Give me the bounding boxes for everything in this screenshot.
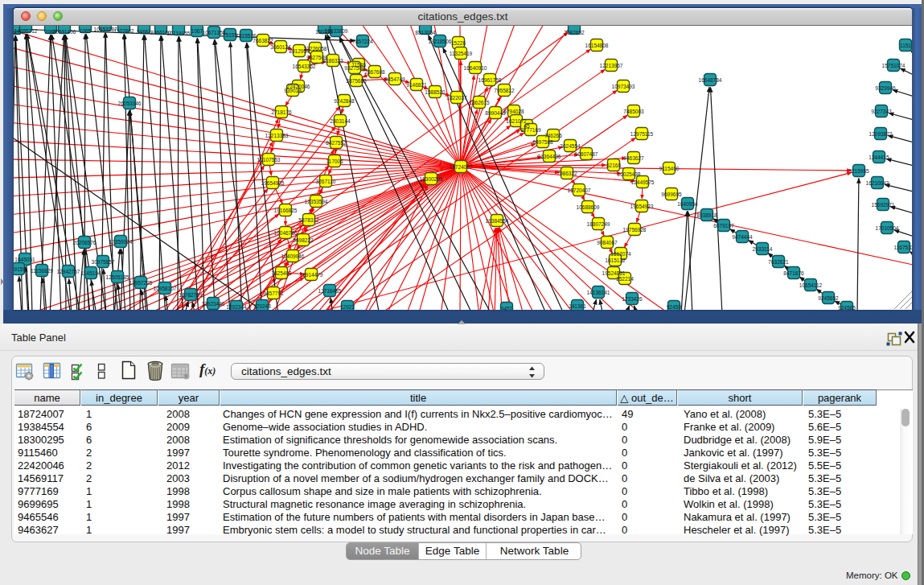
svg-text:7625402: 7625402 — [271, 270, 292, 276]
svg-text:19218506: 19218506 — [429, 39, 452, 44]
svg-text:11325419: 11325419 — [450, 51, 473, 56]
svg-text:1362615: 1362615 — [469, 100, 490, 105]
svg-text:939013: 939013 — [284, 88, 302, 93]
svg-text:14055712: 14055712 — [14, 28, 38, 34]
svg-text:12923446: 12923446 — [202, 301, 225, 307]
svg-text:7663822: 7663822 — [253, 38, 273, 43]
svg-text:1640954: 1640954 — [677, 201, 698, 207]
svg-text:14136141: 14136141 — [587, 290, 610, 295]
svg-text:3267110: 3267110 — [316, 179, 336, 184]
svg-text:141361: 141361 — [569, 303, 586, 309]
svg-text:252214: 252214 — [616, 276, 634, 282]
svg-text:20206576: 20206576 — [73, 240, 97, 245]
svg-text:8427552: 8427552 — [326, 140, 347, 146]
svg-text:13716485: 13716485 — [318, 288, 342, 294]
svg-text:1065: 1065 — [80, 28, 92, 34]
svg-text:12213967: 12213967 — [600, 63, 623, 68]
svg-text:12353594: 12353594 — [305, 199, 328, 204]
svg-text:15226: 15226 — [451, 40, 466, 46]
svg-text:10973493: 10973493 — [612, 84, 635, 89]
svg-text:17010504: 17010504 — [876, 225, 899, 231]
svg-text:3875685: 3875685 — [346, 78, 367, 84]
svg-text:12975115: 12975115 — [630, 131, 654, 137]
svg-text:9084067: 9084067 — [597, 240, 618, 245]
svg-text:12942757: 12942757 — [57, 269, 80, 274]
svg-text:6794028: 6794028 — [503, 109, 524, 114]
svg-text:8938918: 8938918 — [696, 212, 717, 218]
svg-text:1615132: 1615132 — [605, 257, 626, 263]
svg-text:1327602: 1327602 — [113, 28, 134, 34]
svg-text:8186323: 8186323 — [322, 58, 343, 64]
svg-text:9327508: 9327508 — [344, 65, 365, 71]
svg-text:16961758: 16961758 — [478, 77, 502, 83]
svg-text:9227343: 9227343 — [871, 109, 892, 114]
svg-text:18724007: 18724007 — [450, 164, 473, 170]
svg-text:19654935: 19654935 — [261, 180, 285, 186]
svg-text:7857224: 7857224 — [352, 39, 373, 44]
svg-text:17359924: 17359924 — [109, 239, 133, 245]
svg-text:6497568: 6497568 — [532, 139, 553, 145]
svg-text:16914479: 16914479 — [300, 272, 323, 278]
svg-text:924565: 924565 — [838, 305, 856, 311]
svg-text:84661: 84661 — [137, 29, 151, 35]
svg-text:8454749: 8454749 — [384, 76, 405, 82]
svg-text:39159: 39159 — [14, 266, 26, 272]
svg-text:9115460: 9115460 — [659, 166, 680, 171]
svg-text:12409946: 12409946 — [281, 253, 305, 259]
svg-text:3215955: 3215955 — [848, 168, 869, 174]
svg-text:8471676: 8471676 — [783, 270, 804, 276]
svg-text:62160: 62160 — [606, 163, 621, 168]
svg-text:117006: 117006 — [326, 159, 343, 164]
svg-text:3660124: 3660124 — [270, 44, 291, 50]
svg-text:12093872: 12093872 — [869, 131, 893, 137]
svg-text:8990443: 8990443 — [485, 110, 506, 116]
svg-text:9245652: 9245652 — [818, 295, 839, 301]
svg-text:9457: 9457 — [501, 306, 513, 311]
svg-text:9457791: 9457791 — [263, 290, 284, 296]
svg-text:5878312: 5878312 — [298, 217, 319, 223]
svg-text:92450: 92450 — [667, 304, 681, 310]
svg-text:23226058: 23226058 — [304, 46, 327, 51]
svg-text:1167533: 1167533 — [894, 245, 912, 250]
svg-text:16648784: 16648784 — [699, 77, 722, 83]
svg-text:1151: 1151 — [900, 43, 911, 48]
svg-text:10025438: 10025438 — [618, 171, 641, 177]
svg-text:929248: 929248 — [253, 303, 271, 309]
svg-text:746266: 746266 — [544, 133, 562, 138]
svg-text:12213383: 12213383 — [265, 133, 289, 138]
svg-text:1822037: 1822037 — [446, 95, 467, 101]
svg-text:18807249: 18807249 — [587, 221, 610, 227]
svg-text:7986322: 7986322 — [556, 171, 577, 176]
svg-text:6679197: 6679197 — [713, 223, 734, 229]
svg-text:3624554: 3624554 — [560, 143, 581, 149]
svg-text:10719155: 10719155 — [167, 31, 191, 36]
svg-text:21364436: 21364436 — [538, 154, 561, 159]
svg-text:1244415: 1244415 — [869, 154, 889, 160]
svg-text:1612074: 1612074 — [610, 251, 631, 257]
svg-text:20691406: 20691406 — [53, 29, 76, 35]
svg-text:5498222: 5498222 — [293, 237, 314, 243]
svg-text:15692971: 15692971 — [872, 202, 895, 208]
svg-text:8813054: 8813054 — [415, 30, 436, 35]
svg-text:2718176: 2718176 — [271, 109, 292, 115]
svg-text:19756928: 19756928 — [623, 227, 647, 233]
svg-text:15720407: 15720407 — [568, 187, 591, 193]
svg-text:9242848: 9242848 — [334, 98, 355, 104]
svg-text:11156829: 11156829 — [31, 268, 53, 274]
svg-text:18300295: 18300295 — [420, 176, 443, 182]
svg-text:19524851: 19524851 — [602, 270, 626, 276]
svg-text:1588520: 1588520 — [425, 89, 446, 95]
svg-text:12449575: 12449575 — [631, 179, 655, 185]
svg-text:15751074: 15751074 — [882, 63, 906, 68]
svg-text:9146821: 9146821 — [406, 82, 427, 88]
svg-text:16033809: 16033809 — [325, 28, 348, 34]
svg-text:9329946: 9329946 — [875, 85, 896, 91]
svg-text:9777169: 9777169 — [520, 127, 541, 133]
svg-text:10958107: 10958107 — [154, 286, 177, 291]
svg-text:16107553: 16107553 — [257, 157, 281, 163]
svg-text:19654923: 19654923 — [630, 204, 654, 209]
svg-text:16543362: 16543362 — [293, 64, 316, 69]
svg-text:10046766: 10046766 — [274, 230, 298, 236]
svg-text:2803144: 2803144 — [330, 118, 351, 124]
svg-text:17957225: 17957225 — [129, 280, 153, 286]
